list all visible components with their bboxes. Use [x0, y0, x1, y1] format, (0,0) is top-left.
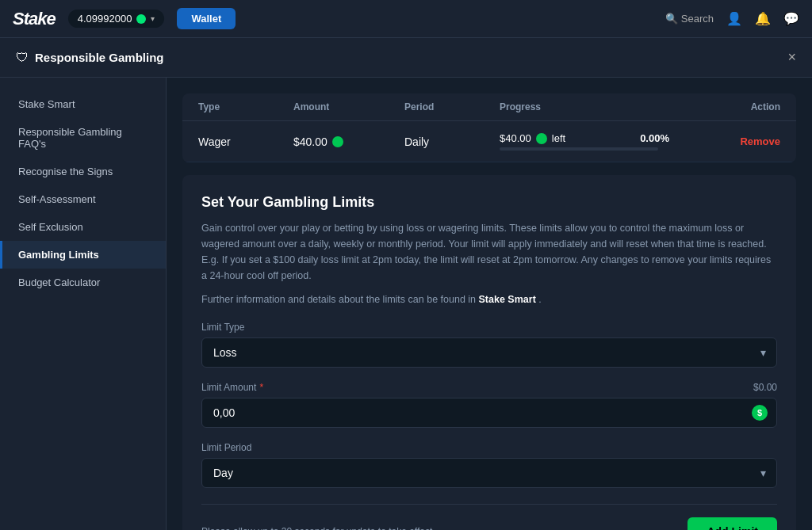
- progress-pct: 0.00%: [640, 132, 685, 144]
- user-icon[interactable]: 👤: [726, 11, 742, 26]
- header-left: Stake 4.09992000 ▾ Wallet: [13, 8, 236, 29]
- col-action: Action: [685, 101, 780, 112]
- form-card: Set Your Gambling Limits Gain control ov…: [182, 175, 796, 530]
- main-content: Type Amount Period Progress Action Wager…: [167, 78, 812, 530]
- modal-title: Responsible Gambling: [35, 51, 164, 64]
- modal-header: 🛡 Responsible Gambling ×: [0, 38, 812, 78]
- limit-period-label: Limit Period: [201, 442, 777, 453]
- add-limit-button[interactable]: Add Limit: [688, 517, 777, 530]
- col-progress: Progress: [500, 101, 685, 112]
- form-footer: Please allow up to 30 seconds for update…: [201, 504, 777, 530]
- balance-amount: 4.09992000: [78, 13, 132, 25]
- col-type: Type: [198, 101, 293, 112]
- progress-label: $40.00 left: [500, 132, 565, 144]
- progress-amount: $40.00: [500, 132, 531, 144]
- table-header-row: Type Amount Period Progress Action: [182, 93, 796, 121]
- limit-period-select-wrapper: Day Week Month: [201, 458, 777, 488]
- progress-suffix: left: [552, 132, 565, 144]
- limits-table-card: Type Amount Period Progress Action Wager…: [182, 93, 796, 162]
- form-title: Set Your Gambling Limits: [201, 194, 777, 211]
- wallet-button[interactable]: Wallet: [177, 8, 236, 29]
- balance-pill[interactable]: 4.09992000 ▾: [68, 10, 165, 28]
- amount-dot-icon: [332, 136, 343, 147]
- chat-icon[interactable]: 💬: [783, 11, 799, 26]
- shield-icon: 🛡: [16, 51, 29, 65]
- row-action-cell: Remove: [685, 135, 780, 147]
- col-amount: Amount: [293, 101, 404, 112]
- balance-chevron-icon: ▾: [151, 14, 155, 23]
- balance-dot-icon: [136, 14, 146, 24]
- sidebar-item-gambling-limits[interactable]: Gambling Limits: [0, 241, 166, 269]
- modal: 🛡 Responsible Gambling × Stake SmartResp…: [0, 38, 812, 530]
- table-row: Wager $40.00 Daily $40.00 left: [182, 121, 796, 162]
- form-desc-1: Gain control over your play or betting b…: [201, 220, 777, 284]
- progress-action-row: $40.00 left 0.00%: [500, 132, 685, 144]
- logo: Stake: [13, 9, 56, 29]
- footer-note: Please allow up to 30 seconds for update…: [201, 526, 435, 530]
- limit-type-label: Limit Type: [201, 322, 777, 333]
- sidebar-item-self-exclusion[interactable]: Self Exclusion: [0, 213, 166, 241]
- sidebar-item-responsible-gambling-faqs[interactable]: Responsible Gambling FAQ's: [0, 118, 166, 158]
- search-button[interactable]: 🔍 Search: [665, 13, 714, 25]
- limit-type-select-wrapper: Loss Wager: [201, 337, 777, 368]
- modal-body: Stake SmartResponsible Gambling FAQ'sRec…: [0, 78, 812, 530]
- header-right: 🔍 Search 👤 🔔 💬: [665, 11, 799, 26]
- remove-button[interactable]: Remove: [740, 135, 780, 147]
- limit-type-select[interactable]: Loss Wager: [201, 337, 777, 368]
- required-marker: *: [259, 382, 263, 393]
- progress-dot-icon: [536, 133, 547, 144]
- sidebar-item-budget-calculator[interactable]: Budget Calculator: [0, 269, 166, 296]
- limit-period-group: Limit Period Day Week Month: [201, 442, 777, 488]
- col-period: Period: [404, 101, 500, 112]
- sidebar-item-recognise-the-signs[interactable]: Recognise the Signs: [0, 158, 166, 185]
- sidebar: Stake SmartResponsible Gambling FAQ'sRec…: [0, 78, 167, 530]
- limit-type-group: Limit Type Loss Wager: [201, 322, 777, 368]
- row-progress-cell: $40.00 left 0.00%: [500, 132, 685, 151]
- limit-amount-suffix-label: $0.00: [753, 382, 777, 393]
- limit-amount-group: Limit Amount * $0.00 $: [201, 382, 777, 428]
- header: Stake 4.09992000 ▾ Wallet 🔍 Search 👤 🔔 💬: [0, 0, 812, 38]
- progress-bar-bg: [500, 147, 658, 151]
- sidebar-item-self-assessment[interactable]: Self-Assessment: [0, 185, 166, 213]
- limit-amount-input[interactable]: [201, 398, 777, 428]
- row-amount-cell: $40.00: [293, 135, 404, 148]
- limit-amount-label-row: Limit Amount * $0.00: [201, 382, 777, 393]
- limit-amount-input-wrapper: $: [201, 398, 777, 428]
- row-amount: $40.00: [293, 135, 327, 148]
- bell-icon[interactable]: 🔔: [755, 11, 771, 26]
- limit-period-select[interactable]: Day Week Month: [201, 458, 777, 488]
- modal-close-button[interactable]: ×: [787, 49, 796, 66]
- amount-currency-icon: $: [752, 405, 768, 421]
- row-period: Daily: [404, 135, 500, 148]
- stake-smart-link[interactable]: Stake Smart: [479, 294, 536, 305]
- modal-title-row: 🛡 Responsible Gambling: [16, 51, 164, 65]
- sidebar-item-stake-smart[interactable]: Stake Smart: [0, 90, 166, 118]
- modal-overlay: 🛡 Responsible Gambling × Stake SmartResp…: [0, 38, 812, 530]
- row-type: Wager: [198, 135, 293, 148]
- form-desc-2: Further information and details about th…: [201, 292, 777, 307]
